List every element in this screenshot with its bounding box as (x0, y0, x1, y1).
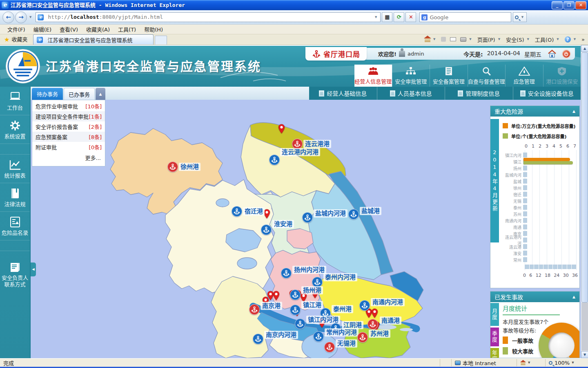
maximize-button[interactable]: ❐ (564, 1, 575, 9)
sidebar-item-safety-contacts[interactable]: 安全负责人联系方式 (0, 257, 30, 292)
print-button[interactable]: ▼ (460, 37, 473, 42)
menu-edit[interactable]: 编辑(E) (29, 24, 56, 34)
nav-item-operator-info[interactable]: 经营人信息管理 (354, 65, 392, 87)
port-marker[interactable] (281, 268, 292, 278)
zero-block (523, 238, 527, 242)
page-scrollbar[interactable]: ▲ ▼ (581, 45, 588, 358)
nav-item-inspection[interactable]: 自查与督查管理 (468, 65, 506, 87)
protected-mode-button[interactable]: ▼ (517, 359, 546, 366)
search-box[interactable]: g (419, 12, 511, 22)
menu-file[interactable]: 文件(F) (3, 24, 29, 34)
scroll-up-arrow[interactable]: ▲ (581, 45, 588, 52)
menu-tools[interactable]: 工具(T) (114, 24, 140, 34)
task-row[interactable]: 安全评价报告备案 [2条] (32, 121, 105, 132)
search-input[interactable] (430, 14, 509, 20)
port-marker[interactable] (368, 319, 378, 330)
refresh-button[interactable]: ⟳ (394, 12, 404, 22)
tasks-collapse-button[interactable]: ▲ (96, 88, 105, 100)
port-marker[interactable] (249, 304, 260, 315)
port-label: 镇江内河港 (306, 316, 340, 324)
page-menu-button[interactable]: 页面(P)▼ (477, 36, 502, 43)
hazard-update-strip: 2014年4月更新 (490, 119, 499, 242)
scroll-down-arrow[interactable]: ▼ (581, 351, 588, 358)
chevron-more-button[interactable]: » (581, 36, 585, 43)
help-button[interactable]: ?▼ (565, 36, 577, 43)
port-marker[interactable] (290, 289, 301, 300)
incident-pin[interactable] (273, 291, 280, 301)
port-marker[interactable] (167, 162, 178, 172)
address-bar[interactable]: e http://localhost:8080/yjpt/Main.html ▼ (36, 12, 381, 22)
port-marker[interactable] (232, 206, 242, 217)
port-marker[interactable] (359, 300, 370, 311)
sidebar-item-workbench[interactable]: 工作台 (0, 87, 30, 115)
sidebar-collapse-handle[interactable]: ◀ (31, 263, 36, 276)
subnav-item-personnel[interactable]: 人员基本信息 (377, 87, 445, 100)
subnav-item-safety-equipment[interactable]: 安全设施设备信息 (513, 87, 581, 100)
task-count: [8条] (89, 133, 102, 141)
tab-done-tasks[interactable]: 已办事务 (64, 88, 95, 100)
sidebar-item-laws[interactable]: 法律法规 (0, 183, 30, 212)
task-row[interactable]: 应急预案备案 [8条] (32, 132, 105, 142)
port-marker[interactable] (290, 305, 301, 315)
stop-button[interactable]: ✕ (405, 12, 416, 22)
task-count: [0条] (89, 143, 102, 151)
home-shortcut-icon[interactable] (547, 49, 557, 59)
task-row[interactable]: 危货作业申报审批 [10条] (32, 101, 105, 111)
address-dropdown[interactable]: ▼ (373, 16, 379, 19)
tab-yearly[interactable]: 年度 (490, 348, 499, 358)
safety-menu-button[interactable]: 安全(S)▼ (506, 36, 531, 43)
port-marker[interactable] (357, 332, 368, 343)
feeds-button[interactable] (441, 37, 446, 42)
tab-monthly[interactable]: 月度 (490, 303, 499, 326)
read-mail-button[interactable] (450, 37, 456, 41)
tasks-more-link[interactable]: 更多... (32, 152, 105, 163)
close-button[interactable]: ✕ (575, 1, 586, 9)
history-dropdown[interactable]: ▼ (28, 16, 33, 19)
tools-menu-button[interactable]: 工具(O)▼ (535, 36, 561, 43)
port-marker[interactable] (324, 342, 335, 352)
menu-view[interactable]: 查看(V) (56, 24, 82, 34)
port-marker[interactable] (261, 224, 272, 235)
back-button[interactable]: ← (2, 11, 14, 23)
sidebar-item-dangerous-goods[interactable]: 危险品名录 (0, 212, 30, 240)
scroll-thumb[interactable] (581, 52, 588, 303)
sidebar-item-settings[interactable]: 系统设置 (0, 115, 30, 144)
zoom-icon (549, 361, 552, 365)
sidebar-item-reports[interactable]: 统计报表 (0, 155, 30, 183)
task-row[interactable]: 建设项目安全条件审批 [1条] (32, 111, 105, 121)
zoom-control[interactable]: 100% ▼ (546, 359, 588, 366)
compatibility-view-button[interactable]: ▦ (382, 12, 392, 22)
hazard-row: 连云港内河 (502, 237, 576, 243)
logout-button[interactable]: ⏻ (562, 49, 571, 58)
nav-item-safety-record[interactable]: 安全备案管理 (430, 65, 468, 87)
task-row[interactable]: 附证审批 [0条] (32, 142, 105, 152)
favorites-button[interactable]: ★收藏夹 (0, 35, 31, 45)
collapse-arrow-icon[interactable]: ▲ (572, 295, 575, 299)
browser-tab-active[interactable]: e 江苏省港口安全监管与应急管理系统 (33, 34, 154, 45)
tab-quarterly[interactable]: 季度 (490, 328, 499, 346)
incident-pin[interactable] (278, 124, 285, 134)
subnav-item-regulations[interactable]: 管理制度信息 (445, 87, 513, 100)
subnav-item-operator-base[interactable]: 经营人基础信息 (309, 87, 377, 100)
minimize-button[interactable]: _ (552, 1, 563, 9)
port-marker[interactable] (348, 209, 359, 220)
port-marker[interactable] (302, 212, 313, 223)
collapse-arrow-icon[interactable]: ▲ (572, 109, 575, 113)
port-marker[interactable] (313, 331, 324, 342)
port-marker[interactable] (269, 155, 280, 165)
forward-button[interactable]: → (15, 11, 27, 23)
tab-pending-tasks[interactable]: 待办事务 (32, 88, 63, 100)
home-button[interactable]: ▼ (425, 36, 437, 42)
scroll-track[interactable] (581, 303, 588, 351)
new-tab-button[interactable] (155, 36, 167, 45)
nav-item-facility-security[interactable]: 港口设施保安 (543, 65, 581, 87)
menu-favorites[interactable]: 收藏夹(A) (82, 24, 114, 34)
incident-pin[interactable] (371, 308, 378, 318)
printer-icon (460, 37, 466, 42)
menu-help[interactable]: 帮助(H) (140, 24, 167, 34)
port-marker[interactable] (253, 334, 263, 344)
nav-item-emergency[interactable]: 应急管理 (505, 65, 543, 87)
port-marker[interactable] (295, 319, 305, 329)
search-button[interactable]: ▼ (513, 12, 527, 22)
nav-item-safety-approval[interactable]: 安全审批管理 (392, 65, 430, 87)
